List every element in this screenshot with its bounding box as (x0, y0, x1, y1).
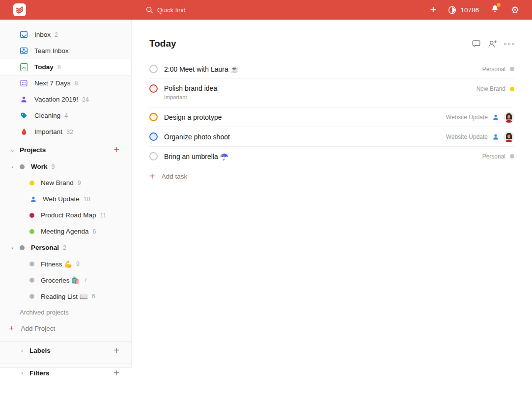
filters-header-label: Filters (29, 369, 50, 377)
labels-header-label: Labels (29, 347, 51, 354)
plus-icon: + (149, 171, 155, 182)
chevron-down-icon: ⌄ (10, 147, 15, 153)
item-count: 11 (100, 212, 107, 219)
sidebar-item-cleaning[interactable]: Cleaning 4 (0, 107, 131, 124)
filters-header[interactable]: › Filters + (0, 364, 131, 382)
sidebar-project-web-update[interactable]: Web Update 10 (0, 191, 131, 207)
chevron-right-icon: › (20, 370, 25, 376)
dot (504, 43, 506, 45)
item-count: 6 (93, 228, 96, 235)
item-count: 4 (64, 112, 68, 119)
task-project-label[interactable]: Website Update (446, 114, 488, 121)
task-title[interactable]: Organize photo shoot (164, 133, 230, 141)
project-color-dot (29, 262, 34, 266)
add-filter-plus-icon[interactable]: + (113, 368, 119, 379)
task-checkbox-priority2[interactable] (149, 113, 158, 121)
item-count: 2 (63, 244, 66, 251)
task-title[interactable]: Polish brand idea (164, 84, 217, 92)
item-count: 32 (66, 129, 73, 135)
sidebar-project-new-brand[interactable]: New Brand 9 (0, 175, 131, 191)
add-task-topbar-button[interactable]: + (430, 4, 437, 15)
notification-badge (497, 3, 501, 7)
task-meta: Personal (482, 153, 514, 160)
comments-button[interactable] (472, 39, 481, 48)
topbar: Quick find + 10786 ⚙ (0, 0, 532, 20)
sidebar-item-next-7-days[interactable]: Next 7 Days 8 (0, 75, 131, 91)
sidebar-item-label: Important (34, 128, 62, 135)
karma-count: 10786 (460, 6, 479, 14)
today-calendar-day: 21 (20, 63, 28, 71)
quick-find-search[interactable]: Quick find (146, 6, 186, 14)
add-task-button[interactable]: + Add task (149, 166, 514, 186)
sidebar-project-meeting-agenda[interactable]: Meeting Agenda 6 (0, 223, 131, 239)
task-row: Polish brand idea Important New Brand (149, 79, 514, 107)
more-options-button[interactable] (504, 43, 514, 45)
inbox-icon (20, 30, 28, 39)
todoist-logo-icon (15, 5, 24, 14)
shared-person-icon (492, 133, 499, 140)
task-checkbox-priority1[interactable] (149, 84, 158, 93)
sidebar-item-vacation-2019[interactable]: Vacation 2019! 24 (0, 91, 131, 107)
sidebar-project-work[interactable]: › Work 9 (0, 158, 131, 175)
sidebar-item-today[interactable]: 21 Today 8 (0, 59, 131, 75)
task-row: Design a prototype Website Update (149, 107, 514, 127)
view-header-actions (472, 39, 514, 49)
sidebar-item-team-inbox[interactable]: Team Inbox (0, 43, 131, 59)
notifications-button[interactable] (491, 4, 499, 15)
task-checkbox-priority3[interactable] (149, 132, 158, 141)
task-title[interactable]: Bring an umbrella ☂️ (164, 153, 228, 160)
task-row: 2:00 Meet with Laura ☕ Personal (149, 59, 514, 79)
chevron-right-icon: › (20, 347, 25, 353)
todoist-logo[interactable] (13, 3, 26, 16)
task-checkbox[interactable] (149, 65, 158, 73)
item-count: 7 (84, 277, 87, 284)
task-meta: Personal (482, 66, 514, 73)
item-count: 10 (84, 196, 90, 203)
sidebar-item-label: Cleaning (34, 112, 60, 119)
sidebar-project-fitness[interactable]: Fitness 💪 9 (0, 256, 131, 272)
item-count: 24 (82, 96, 89, 103)
task-label-tag[interactable]: Important (164, 94, 217, 100)
sidebar-item-important[interactable]: Important 32 (0, 124, 131, 140)
task-project-label[interactable]: Personal (482, 153, 505, 160)
main-content: Today 2:00 Meet with Laura ☕ Personal (132, 20, 532, 394)
sidebar-item-label: Team Inbox (34, 47, 69, 54)
sidebar-project-reading-list[interactable]: Reading List 📖 6 (0, 288, 131, 304)
assignee-avatar[interactable] (504, 131, 514, 142)
sidebar-project-personal[interactable]: › Personal 2 (0, 239, 131, 256)
karma-icon (448, 6, 456, 14)
project-label: Groceries 🛍️ (41, 276, 80, 284)
sidebar-project-groceries[interactable]: Groceries 🛍️ 7 (0, 272, 131, 288)
task-project-label[interactable]: New Brand (476, 85, 505, 92)
share-button[interactable] (487, 39, 498, 49)
gear-icon[interactable]: ⚙ (511, 5, 519, 15)
project-label: New Brand (41, 179, 74, 186)
task-title[interactable]: Design a prototype (164, 113, 222, 121)
task-checkbox[interactable] (149, 152, 158, 160)
sidebar-project-product-road-map[interactable]: Product Road Map 11 (0, 207, 131, 223)
labels-section: › Labels + (0, 341, 131, 359)
add-label-plus-icon[interactable]: + (113, 345, 119, 356)
search-icon (146, 6, 153, 14)
archived-projects-link[interactable]: Archived projects (0, 304, 131, 320)
dot (512, 43, 514, 45)
shared-person-icon (492, 114, 499, 121)
app-window: Quick find + 10786 ⚙ (0, 0, 532, 394)
projects-section-header[interactable]: ⌄ Projects + (0, 141, 131, 158)
add-project-button[interactable]: + Add Project (0, 320, 131, 337)
task-meta: Website Update (446, 112, 514, 123)
task-project-label[interactable]: Website Update (446, 133, 488, 140)
sidebar-item-inbox[interactable]: Inbox 2 (0, 26, 131, 43)
assignee-avatar[interactable] (504, 112, 514, 123)
page-title: Today (149, 38, 176, 49)
chevron-right-icon: › (10, 245, 15, 251)
project-label: Reading List 📖 (41, 292, 88, 300)
project-color-dot (20, 245, 25, 250)
task-project-label[interactable]: Personal (482, 66, 505, 73)
comment-icon (472, 39, 481, 48)
item-count: 2 (55, 31, 58, 38)
task-title[interactable]: 2:00 Meet with Laura ☕ (164, 65, 239, 73)
labels-header[interactable]: › Labels + (0, 341, 131, 359)
karma-score[interactable]: 10786 (448, 6, 479, 14)
add-project-plus-icon[interactable]: + (113, 144, 119, 156)
